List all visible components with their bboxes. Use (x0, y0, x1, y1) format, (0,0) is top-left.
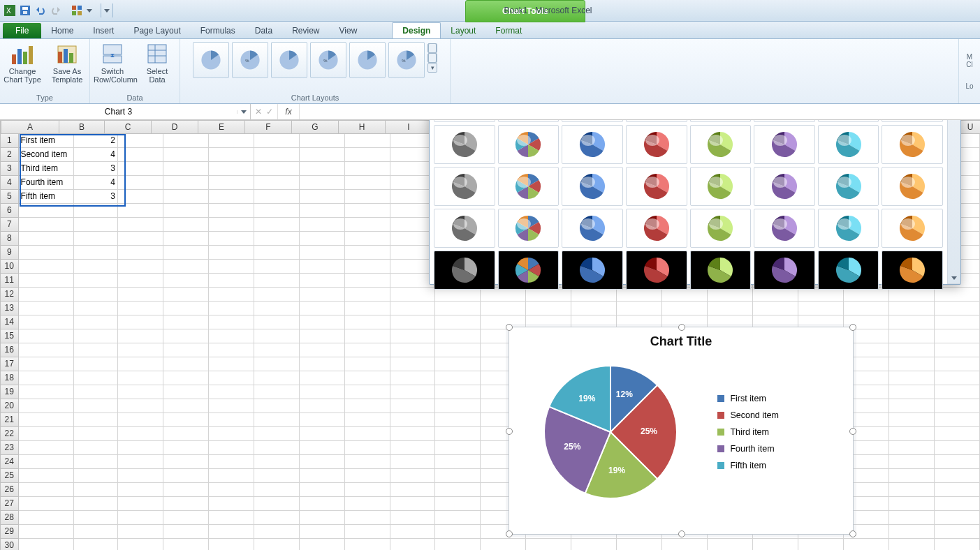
cell-I21[interactable] (390, 413, 436, 427)
cell-G2[interactable] (300, 148, 345, 162)
row-header-6[interactable]: 6 (0, 204, 19, 218)
cell-B22[interactable] (74, 427, 118, 441)
cell-A22[interactable] (19, 427, 74, 441)
cell-I20[interactable] (390, 399, 436, 413)
cell-H15[interactable] (345, 329, 390, 343)
cell-I19[interactable] (390, 385, 436, 399)
cell-D8[interactable] (163, 232, 209, 246)
cell-G6[interactable] (300, 204, 345, 218)
cell-G17[interactable] (300, 357, 345, 371)
cell-E19[interactable] (209, 385, 254, 399)
undo-icon[interactable] (34, 3, 47, 17)
cell-F25[interactable] (254, 469, 300, 483)
cell-D21[interactable] (163, 413, 209, 427)
chart-style-24[interactable] (882, 125, 943, 164)
cell-H1[interactable] (345, 134, 390, 148)
cell-H11[interactable] (345, 274, 390, 288)
chart-style-33[interactable] (434, 209, 495, 248)
cell-E9[interactable] (209, 246, 254, 260)
cell-A18[interactable] (19, 371, 74, 385)
cell-E20[interactable] (209, 399, 254, 413)
chart-style-36[interactable] (626, 209, 687, 248)
cell-E24[interactable] (209, 455, 254, 469)
cell-D30[interactable] (163, 539, 209, 550)
cell-M12[interactable] (571, 288, 617, 302)
cell-U25[interactable] (935, 469, 980, 483)
cell-L30[interactable] (526, 539, 571, 550)
cell-J12[interactable] (435, 288, 481, 302)
cell-B3[interactable]: 3 (74, 162, 118, 176)
cell-B2[interactable]: 4 (74, 148, 118, 162)
cell-D1[interactable] (163, 134, 209, 148)
cell-F23[interactable] (254, 441, 300, 455)
cell-G18[interactable] (300, 371, 345, 385)
cell-G8[interactable] (300, 232, 345, 246)
cell-E11[interactable] (209, 274, 254, 288)
cell-C4[interactable] (118, 176, 163, 190)
cell-A6[interactable] (19, 204, 74, 218)
cell-J13[interactable] (435, 302, 481, 315)
cell-G7[interactable] (300, 218, 345, 232)
cell-U23[interactable] (935, 441, 980, 455)
cell-F2[interactable] (254, 148, 300, 162)
column-header-I[interactable]: I (386, 120, 432, 134)
name-box-dropdown[interactable] (237, 110, 250, 114)
cell-C23[interactable] (118, 441, 163, 455)
worksheet-area[interactable]: ABCDEFGHIJKLMNOPQRSTU 1First item22Secon… (0, 120, 980, 550)
cell-C6[interactable] (118, 204, 163, 218)
cell-H18[interactable] (345, 371, 390, 385)
cell-H13[interactable] (345, 302, 390, 315)
cell-C25[interactable] (118, 469, 163, 483)
tab-format[interactable]: Format (485, 23, 532, 38)
cell-A17[interactable] (19, 357, 74, 371)
qat-customize-dropdown[interactable] (85, 3, 94, 17)
cell-F27[interactable] (254, 497, 300, 511)
cell-H20[interactable] (345, 399, 390, 413)
row-header-19[interactable]: 19 (0, 385, 19, 399)
cell-C10[interactable] (118, 260, 163, 274)
cell-C13[interactable] (118, 302, 163, 315)
cell-B23[interactable] (74, 441, 118, 455)
cell-A15[interactable] (19, 329, 74, 343)
cell-I22[interactable] (390, 427, 436, 441)
cell-D18[interactable] (163, 371, 209, 385)
cell-T16[interactable] (889, 343, 935, 357)
chart-style-48[interactable] (882, 251, 943, 290)
column-header-C[interactable]: C (105, 120, 152, 134)
cell-D12[interactable] (163, 288, 209, 302)
tab-formulas[interactable]: Formulas (191, 23, 245, 38)
cell-U28[interactable] (935, 511, 980, 525)
cell-B17[interactable] (74, 357, 118, 371)
chart-style-29[interactable] (690, 167, 752, 206)
cell-C5[interactable] (118, 190, 163, 204)
cell-D23[interactable] (163, 441, 209, 455)
row-header-10[interactable]: 10 (0, 260, 19, 274)
chart-style-11[interactable] (562, 120, 623, 122)
chart-style-23[interactable] (818, 125, 879, 164)
cell-G3[interactable] (300, 162, 345, 176)
cell-J19[interactable] (435, 385, 481, 399)
cell-F4[interactable] (254, 176, 300, 190)
chart-style-31[interactable] (818, 167, 879, 206)
cell-C26[interactable] (118, 483, 163, 497)
row-header-16[interactable]: 16 (0, 343, 19, 357)
layout-scroll-down[interactable] (427, 53, 437, 63)
cell-E30[interactable] (209, 539, 254, 550)
cell-O12[interactable] (662, 288, 708, 302)
cell-D15[interactable] (163, 329, 209, 343)
cell-A14[interactable] (19, 315, 74, 329)
qat-overflow-dropdown[interactable] (101, 3, 113, 17)
cell-F14[interactable] (254, 315, 300, 329)
row-header-18[interactable]: 18 (0, 371, 19, 385)
cell-C11[interactable] (118, 274, 163, 288)
row-header-4[interactable]: 4 (0, 176, 19, 190)
cell-C7[interactable] (118, 218, 163, 232)
column-header-H[interactable]: H (339, 120, 386, 134)
cell-B12[interactable] (74, 288, 118, 302)
cell-C28[interactable] (118, 511, 163, 525)
cell-B4[interactable]: 4 (74, 176, 118, 190)
tab-layout[interactable]: Layout (441, 23, 485, 38)
cell-D13[interactable] (163, 302, 209, 315)
chart-style-12[interactable] (626, 120, 687, 122)
chart-style-32[interactable] (882, 167, 943, 206)
